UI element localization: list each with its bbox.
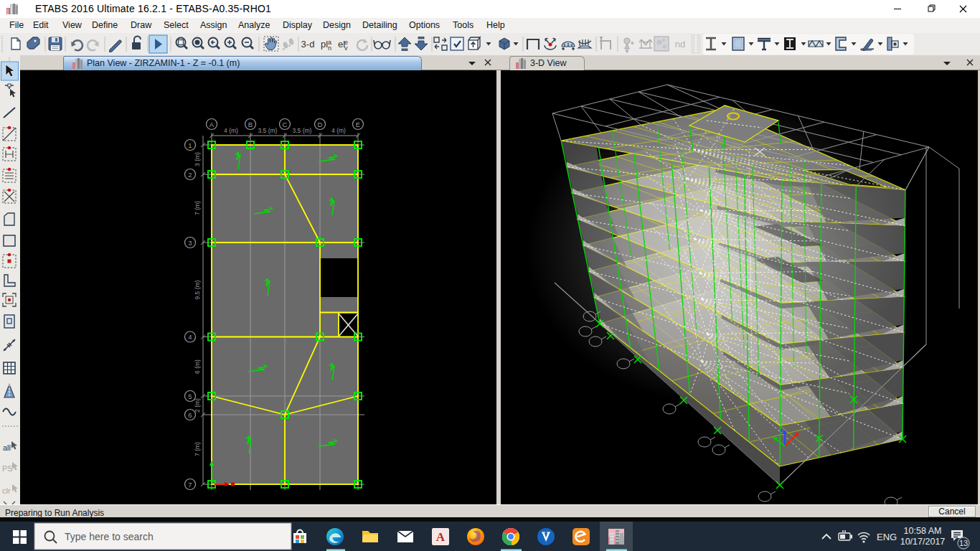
svg-text:A: A xyxy=(209,121,215,128)
svg-text:D: D xyxy=(318,121,323,128)
svg-text:4: 4 xyxy=(188,333,192,341)
svg-text:10:58 AM: 10:58 AM xyxy=(904,526,942,536)
svg-text:nd: nd xyxy=(675,39,685,50)
svg-text:n: n xyxy=(328,44,331,52)
svg-text:PS: PS xyxy=(2,464,13,473)
svg-text:4 (m): 4 (m) xyxy=(224,127,238,134)
svg-text:4 (m): 4 (m) xyxy=(331,127,346,134)
svg-text:Type here to search: Type here to search xyxy=(65,531,154,542)
svg-text:A: A xyxy=(436,530,446,544)
svg-text:3-d: 3-d xyxy=(301,39,315,50)
svg-text:3 (m): 3 (m) xyxy=(194,152,201,166)
svg-text:3.5 (m): 3.5 (m) xyxy=(293,127,312,134)
svg-text:1: 1 xyxy=(188,141,192,149)
svg-text:3.5 (m): 3.5 (m) xyxy=(258,127,278,134)
svg-text:ENG: ENG xyxy=(877,532,897,542)
svg-text:3: 3 xyxy=(188,239,192,247)
svg-text:E: E xyxy=(356,121,360,128)
svg-text:C: C xyxy=(283,121,288,128)
svg-text:B: B xyxy=(248,121,253,128)
svg-text:v: v xyxy=(344,44,348,52)
svg-text:pl: pl xyxy=(321,39,328,50)
svg-text:5: 5 xyxy=(188,392,192,400)
svg-text:all: all xyxy=(3,443,11,452)
svg-text:10/17/2017: 10/17/2017 xyxy=(900,537,946,547)
svg-text:13: 13 xyxy=(959,539,968,547)
svg-text:2 (m): 2 (m) xyxy=(194,398,201,413)
svg-text:6 (m): 6 (m) xyxy=(194,359,201,374)
svg-text:7: 7 xyxy=(188,481,192,489)
svg-text:clr: clr xyxy=(2,486,11,495)
svg-text:6: 6 xyxy=(188,411,192,419)
svg-text:Z: Z xyxy=(779,428,783,435)
svg-text:7 (m): 7 (m) xyxy=(194,442,201,456)
svg-text:7 (m): 7 (m) xyxy=(194,201,201,215)
svg-text:2: 2 xyxy=(188,171,192,179)
svg-text:9.5 (m): 9.5 (m) xyxy=(194,280,201,299)
